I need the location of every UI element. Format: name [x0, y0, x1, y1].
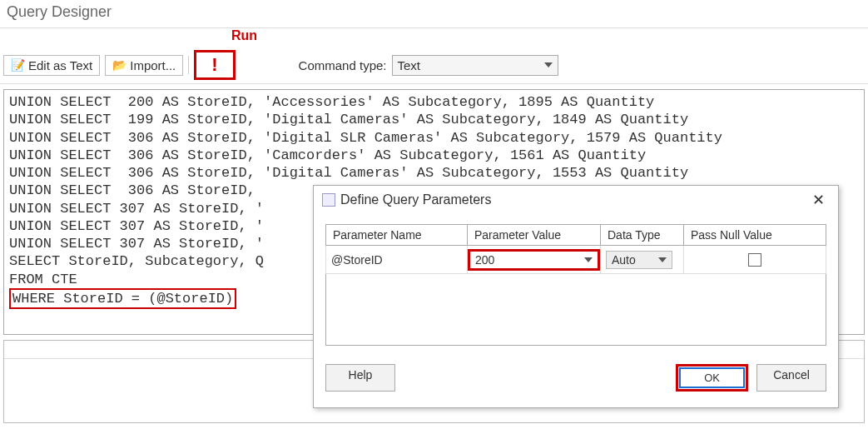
chevron-down-icon: [658, 257, 667, 262]
query-line: UNION SELECT 306 AS StoreID, 'Camcorders…: [9, 147, 646, 163]
query-line: UNION SELECT 306 AS StoreID, 'Digital SL…: [9, 130, 722, 146]
query-line: UNION SELECT 200 AS StoreID, 'Accessorie…: [9, 94, 654, 110]
cancel-button[interactable]: Cancel: [756, 364, 826, 392]
import-button[interactable]: 📂 Import...: [105, 55, 183, 76]
help-button[interactable]: Help: [325, 364, 395, 392]
command-type-value: Text: [398, 58, 421, 72]
parameters-table-empty-area: [325, 274, 826, 346]
define-query-parameters-dialog: Define Query Parameters ✕ Parameter Name…: [313, 185, 839, 408]
toolbar-separator: [188, 56, 189, 74]
data-type-text: Auto: [612, 253, 636, 267]
dialog-title-text: Define Query Parameters: [340, 192, 491, 207]
dialog-icon: [322, 193, 335, 207]
command-type-select[interactable]: Text: [392, 55, 558, 76]
dialog-titlebar: Define Query Parameters ✕: [314, 186, 838, 214]
edit-text-icon: 📝: [11, 58, 25, 72]
chevron-down-icon: [584, 257, 593, 262]
query-line: UNION SELECT 307 AS StoreID, ': [9, 201, 264, 217]
chevron-down-icon: [544, 62, 553, 67]
pass-null-cell[interactable]: [684, 246, 826, 274]
query-line: UNION SELECT 307 AS StoreID, ': [9, 218, 264, 234]
exclamation-icon: !: [211, 54, 217, 75]
pass-null-checkbox[interactable]: [748, 253, 761, 267]
where-clause-highlight: WHERE StoreID = (@StoreID): [9, 288, 236, 309]
col-parameter-value: Parameter Value: [468, 225, 601, 246]
edit-as-text-button[interactable]: 📝 Edit as Text: [3, 55, 100, 76]
ok-button-highlight: OK: [676, 364, 748, 392]
col-pass-null: Pass Null Value: [684, 225, 826, 246]
query-line: UNION SELECT 306 AS StoreID,: [9, 182, 255, 198]
import-label: Import...: [130, 58, 176, 72]
parameters-table: Parameter Name Parameter Value Data Type…: [325, 224, 826, 274]
close-icon[interactable]: ✕: [807, 191, 830, 209]
col-parameter-name: Parameter Name: [326, 225, 468, 246]
toolbar: 📝 Edit as Text 📂 Import... ! Command typ…: [0, 47, 868, 84]
data-type-cell[interactable]: Auto: [601, 246, 684, 274]
query-line: UNION SELECT 307 AS StoreID, ': [9, 236, 264, 252]
dialog-body: Parameter Name Parameter Value Data Type…: [314, 214, 838, 356]
query-line: SELECT StoreID, Subcategory, Q: [9, 253, 264, 269]
folder-open-icon: 📂: [112, 58, 126, 72]
query-line: FROM CTE: [9, 272, 77, 287]
run-button[interactable]: !: [194, 50, 235, 80]
parameter-value-cell[interactable]: 200: [468, 246, 601, 274]
query-line: UNION SELECT 199 AS StoreID, 'Digital Ca…: [9, 112, 688, 127]
table-header-row: Parameter Name Parameter Value Data Type…: [326, 225, 826, 246]
table-row: @StoreID 200 Auto: [326, 246, 826, 274]
command-type-label: Command type:: [299, 58, 387, 72]
window-title: Query Designer: [0, 0, 868, 28]
col-data-type: Data Type: [601, 225, 684, 246]
edit-as-text-label: Edit as Text: [28, 58, 92, 72]
parameter-name-cell: @StoreID: [326, 246, 468, 274]
ok-button[interactable]: OK: [679, 367, 745, 388]
parameter-value-text: 200: [475, 253, 494, 267]
query-line: UNION SELECT 306 AS StoreID, 'Digital Ca…: [9, 165, 688, 181]
dialog-button-bar: Help OK Cancel: [314, 356, 838, 400]
run-annotation-label: Run: [231, 28, 257, 43]
